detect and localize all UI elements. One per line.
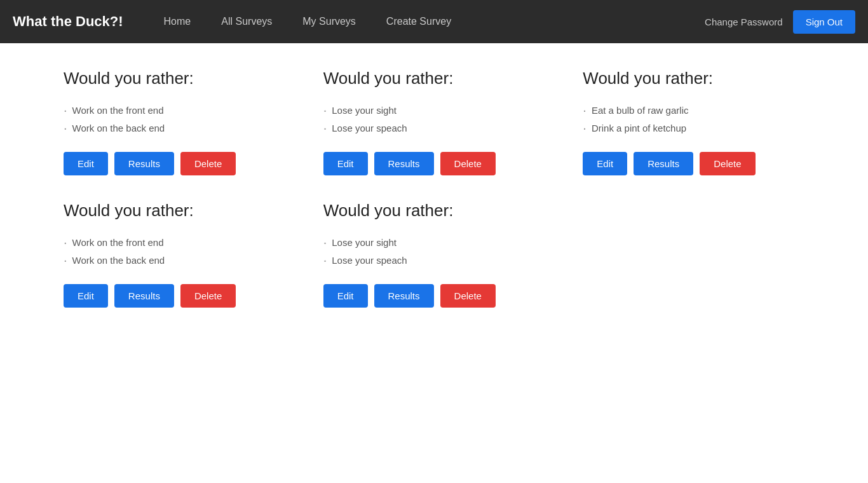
sign-out-button[interactable]: Sign Out [793,10,855,34]
edit-button[interactable]: Edit [64,284,108,308]
surveys-grid: Would you rather:Work on the front endWo… [64,69,804,308]
delete-button[interactable]: Delete [440,152,496,175]
survey-title: Would you rather: [64,69,285,88]
survey-actions: EditResultsDelete [323,284,545,308]
survey-title: Would you rather: [323,201,545,221]
edit-button[interactable]: Edit [323,152,368,175]
results-button[interactable]: Results [114,284,174,308]
survey-option: Work on the front end [64,101,285,119]
nav-right: Change Password Sign Out [705,10,855,34]
results-button[interactable]: Results [634,152,693,175]
survey-options: Lose your sightLose your speach [323,101,545,137]
survey-options: Work on the front endWork on the back en… [64,233,285,269]
survey-actions: EditResultsDelete [64,284,285,308]
survey-title: Would you rather: [64,201,285,221]
edit-button[interactable]: Edit [323,284,368,308]
survey-actions: EditResultsDelete [64,152,285,175]
delete-button[interactable]: Delete [700,152,755,175]
survey-title: Would you rather: [583,69,804,88]
survey-card: Would you rather:Lose your sightLose you… [323,69,545,175]
nav-create-survey[interactable]: Create Survey [371,0,466,43]
survey-option: Work on the back end [64,251,285,269]
survey-option: Lose your speach [323,251,545,269]
survey-option: Eat a bulb of raw garlic [583,101,804,119]
survey-options: Eat a bulb of raw garlicDrink a pint of … [583,101,804,137]
survey-card: Would you rather:Eat a bulb of raw garli… [583,69,804,175]
delete-button[interactable]: Delete [180,152,236,175]
survey-options: Lose your sightLose your speach [323,233,545,269]
navbar: What the Duck?! Home All Surveys My Surv… [0,0,868,43]
delete-button[interactable]: Delete [180,284,236,308]
survey-card: Would you rather:Work on the front endWo… [64,201,285,308]
edit-button[interactable]: Edit [64,152,108,175]
survey-option: Work on the front end [64,233,285,251]
survey-option: Work on the back end [64,119,285,137]
survey-card: Would you rather:Work on the front endWo… [64,69,285,175]
nav-links: Home All Surveys My Surveys Create Surve… [149,0,705,43]
nav-home[interactable]: Home [149,0,207,43]
survey-options: Work on the front endWork on the back en… [64,101,285,137]
change-password-link[interactable]: Change Password [705,17,783,27]
nav-all-surveys[interactable]: All Surveys [206,0,287,43]
survey-card: Would you rather:Lose your sightLose you… [323,201,545,308]
survey-option: Lose your speach [323,119,545,137]
survey-title: Would you rather: [323,69,545,88]
main-content: Would you rather:Work on the front endWo… [0,43,868,333]
delete-button[interactable]: Delete [440,284,496,308]
survey-option: Lose your sight [323,233,545,251]
survey-actions: EditResultsDelete [323,152,545,175]
brand-logo: What the Duck?! [13,13,123,30]
edit-button[interactable]: Edit [583,152,627,175]
results-button[interactable]: Results [114,152,174,175]
results-button[interactable]: Results [374,152,434,175]
survey-actions: EditResultsDelete [583,152,804,175]
results-button[interactable]: Results [374,284,434,308]
nav-my-surveys[interactable]: My Surveys [287,0,371,43]
survey-option: Drink a pint of ketchup [583,119,804,137]
survey-option: Lose your sight [323,101,545,119]
